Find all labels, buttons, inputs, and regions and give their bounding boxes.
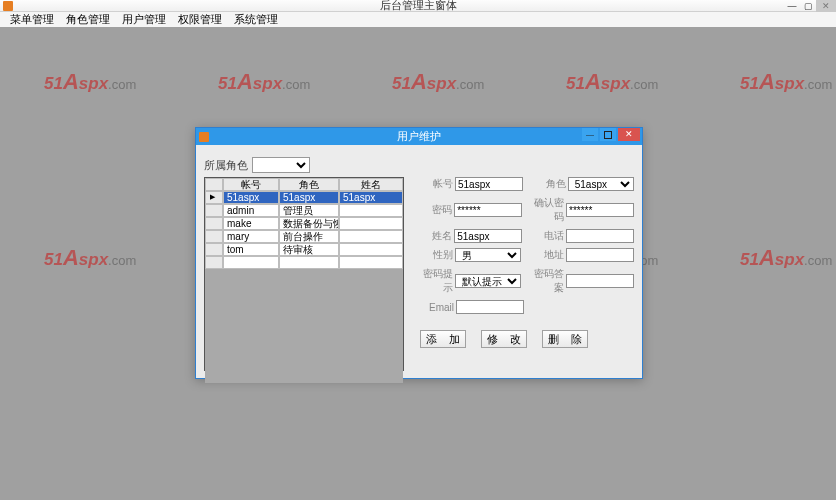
- hint-select[interactable]: 默认提示: [455, 274, 521, 288]
- watermark: 51Aspx.com: [740, 245, 832, 271]
- main-window-controls: — ▢ ✕: [784, 0, 836, 12]
- cell: 前台操作: [279, 230, 339, 243]
- grid-row[interactable]: admin 管理员: [205, 204, 403, 217]
- cell: [339, 217, 403, 230]
- menu-item[interactable]: 用户管理: [116, 12, 172, 27]
- watermark: 51Aspx.com: [566, 69, 658, 95]
- close-button[interactable]: ✕: [816, 0, 836, 12]
- cell: admin: [223, 204, 279, 217]
- label-tel: 电话: [530, 229, 564, 243]
- email-input[interactable]: [456, 300, 524, 314]
- menu-item[interactable]: 系统管理: [228, 12, 284, 27]
- col-header-name[interactable]: 姓名: [339, 178, 403, 191]
- name-input[interactable]: [454, 229, 522, 243]
- answer-input[interactable]: [566, 274, 634, 288]
- acct-input[interactable]: [455, 177, 523, 191]
- cell: 管理员: [279, 204, 339, 217]
- app-icon: [3, 1, 13, 11]
- confirm-pwd-input[interactable]: [566, 203, 634, 217]
- delete-button[interactable]: 删 除: [542, 330, 588, 348]
- form-button-row: 添 加 修 改 删 除: [420, 330, 634, 348]
- cell: [339, 230, 403, 243]
- grid-header: 帐号 角色 姓名: [205, 178, 403, 191]
- dialog-titlebar[interactable]: 用户维护: [196, 128, 642, 145]
- grid-row[interactable]: make 数据备份与恢复: [205, 217, 403, 230]
- cell: 51aspx: [339, 191, 403, 204]
- filter-label: 所属角色: [204, 158, 248, 173]
- cell: [339, 243, 403, 256]
- dialog-title: 用户维护: [397, 129, 441, 144]
- label-sex: 性别: [418, 248, 453, 262]
- grid-row[interactable]: tom 待审核: [205, 243, 403, 256]
- grid-empty-area: [205, 269, 403, 383]
- pwd-input[interactable]: [454, 203, 522, 217]
- cell: make: [223, 217, 279, 230]
- main-titlebar: 后台管理主窗体 — ▢ ✕: [0, 0, 836, 12]
- cell: mary: [223, 230, 279, 243]
- tel-input[interactable]: [566, 229, 634, 243]
- grid-row-empty: [205, 256, 403, 269]
- role-select[interactable]: 51aspx: [568, 177, 634, 191]
- dialog-maximize-button[interactable]: [600, 128, 616, 141]
- user-maintain-dialog: 用户维护 所属角色 帐号 角色 姓名: [195, 127, 643, 379]
- label-pwd: 密码: [418, 203, 452, 217]
- menu-item[interactable]: 角色管理: [60, 12, 116, 27]
- cell: 51aspx: [223, 191, 279, 204]
- watermark: 51Aspx.com: [740, 69, 832, 95]
- dialog-window-controls: [582, 128, 640, 142]
- minimize-button[interactable]: —: [784, 0, 800, 12]
- cell: 51aspx: [279, 191, 339, 204]
- main-title: 后台管理主窗体: [380, 0, 457, 13]
- dialog-icon: [199, 132, 209, 142]
- label-answer: 密码答案: [529, 267, 564, 295]
- label-email: Email: [418, 302, 454, 313]
- col-header-acct[interactable]: 帐号: [223, 178, 279, 191]
- col-header-role[interactable]: 角色: [279, 178, 339, 191]
- grid-row[interactable]: 51aspx 51aspx 51aspx: [205, 191, 403, 204]
- maximize-button[interactable]: ▢: [800, 0, 816, 12]
- dialog-minimize-button[interactable]: [582, 128, 598, 141]
- grid-row[interactable]: mary 前台操作: [205, 230, 403, 243]
- user-form: 帐号 角色 51aspx 密码 确认密码 姓名 电话: [418, 177, 634, 348]
- filter-row: 所属角色: [204, 157, 310, 173]
- cell: [339, 204, 403, 217]
- watermark: 51Aspx.com: [44, 69, 136, 95]
- dialog-close-button[interactable]: [618, 128, 640, 141]
- label-role: 角色: [531, 177, 566, 191]
- addr-input[interactable]: [566, 248, 634, 262]
- label-addr: 地址: [529, 248, 564, 262]
- sex-select[interactable]: 男: [455, 248, 521, 262]
- cell: tom: [223, 243, 279, 256]
- menu-bar: 菜单管理 角色管理 用户管理 权限管理 系统管理: [0, 12, 836, 27]
- label-hint: 密码提示: [418, 267, 453, 295]
- menu-item[interactable]: 菜单管理: [4, 12, 60, 27]
- row-indicator-icon: [205, 191, 223, 204]
- cell: 待审核: [279, 243, 339, 256]
- user-grid[interactable]: 帐号 角色 姓名 51aspx 51aspx 51aspx admin 管理员: [204, 177, 404, 371]
- edit-button[interactable]: 修 改: [481, 330, 527, 348]
- watermark: 51Aspx.com: [392, 69, 484, 95]
- menu-item[interactable]: 权限管理: [172, 12, 228, 27]
- label-name: 姓名: [418, 229, 452, 243]
- add-button[interactable]: 添 加: [420, 330, 466, 348]
- client-area: 51Aspx.com 51Aspx.com 51Aspx.com 51Aspx.…: [0, 27, 836, 500]
- watermark: 51Aspx.com: [44, 245, 136, 271]
- cell: 数据备份与恢复: [279, 217, 339, 230]
- watermark: 51Aspx.com: [218, 69, 310, 95]
- label-confirm: 确认密码: [530, 196, 564, 224]
- label-acct: 帐号: [418, 177, 453, 191]
- dialog-body: 所属角色 帐号 角色 姓名 51aspx 51aspx 51aspx: [196, 145, 642, 378]
- role-filter-select[interactable]: [252, 157, 310, 173]
